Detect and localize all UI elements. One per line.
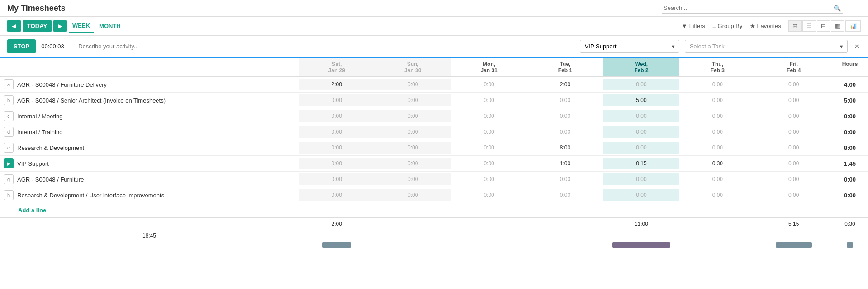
totals-cell-4: 11:00 <box>603 218 679 230</box>
row-letter: g <box>4 174 14 184</box>
week-button[interactable]: WEEK <box>69 19 94 33</box>
today-button[interactable]: TODAY <box>23 20 52 32</box>
hours-r0: 4:00 <box>832 79 868 91</box>
cell-r7-c3[interactable]: 0:00 <box>527 189 603 201</box>
project-select[interactable]: VIP Support <box>580 40 679 53</box>
cell-r3-c4[interactable]: 0:00 <box>603 126 679 138</box>
month-button[interactable]: MONTH <box>95 20 124 32</box>
cell-r6-c6[interactable]: 0:00 <box>756 173 832 185</box>
cell-r7-c0[interactable]: 0:00 <box>299 189 375 201</box>
bar-cell-2 <box>451 242 527 249</box>
cell-r5-c4[interactable]: 0:15 <box>603 158 679 169</box>
kanban-view-button[interactable]: ⊞ <box>788 20 802 32</box>
star-icon: ★ <box>750 23 755 29</box>
cell-r7-c2[interactable]: 0:00 <box>451 189 527 201</box>
cell-r2-c0[interactable]: 0:00 <box>299 110 375 122</box>
cell-r0-c1[interactable]: 0:00 <box>375 79 451 90</box>
cell-r1-c5[interactable]: 0:00 <box>679 94 755 106</box>
cell-r2-c5[interactable]: 0:00 <box>679 110 755 122</box>
row-label-2: cInternal / Meeting <box>0 108 299 124</box>
cell-r6-c1[interactable]: 0:00 <box>375 173 451 185</box>
activity-input[interactable] <box>78 43 574 50</box>
row-letter: e <box>4 143 14 153</box>
cell-r0-c4[interactable]: 0:00 <box>603 79 679 90</box>
row-letter: h <box>4 190 14 200</box>
header-day-5: Wed,Feb 2 <box>603 58 679 77</box>
table-row: hResearch & Development / User interface… <box>0 187 868 203</box>
cell-r2-c6[interactable]: 0:00 <box>756 110 832 122</box>
cell-r2-c2[interactable]: 0:00 <box>451 110 527 122</box>
cell-r0-c3[interactable]: 2:00 <box>527 79 603 90</box>
search-input[interactable] <box>662 3 843 14</box>
cell-r3-c6[interactable]: 0:00 <box>756 126 832 138</box>
cell-r4-c6[interactable]: 0:00 <box>756 142 832 154</box>
grid-view-button[interactable]: ⊟ <box>817 20 830 32</box>
hours-r4: 8:00 <box>832 142 868 154</box>
prev-button[interactable]: ◀ <box>7 20 21 32</box>
stop-button[interactable]: STOP <box>7 39 36 53</box>
group-by-button[interactable]: ≡ Group By <box>712 23 743 29</box>
cell-r2-c1[interactable]: 0:00 <box>375 110 451 122</box>
cell-r7-c6[interactable]: 0:00 <box>756 189 832 201</box>
cell-r2-c3[interactable]: 0:00 <box>527 110 603 122</box>
cell-r5-c5[interactable]: 0:30 <box>679 158 755 169</box>
header-day-8: Hours <box>832 58 868 77</box>
timesheet-grid: Sat,Jan 29Sun,Jan 30Mon,Jan 31Tue,Feb 1W… <box>0 58 868 251</box>
cell-r6-c0[interactable]: 0:00 <box>299 173 375 185</box>
cell-r1-c6[interactable]: 0:00 <box>756 94 832 106</box>
cell-r5-c0[interactable]: 0:00 <box>299 158 375 169</box>
totals-cell-5 <box>679 218 755 230</box>
cell-r1-c4[interactable]: 5:00 <box>603 94 679 106</box>
next-button[interactable]: ▶ <box>53 20 67 32</box>
filters-button[interactable]: ▼ Filters <box>682 23 705 29</box>
project-select-wrap: VIP Support ▼ <box>580 40 679 53</box>
cell-r4-c0[interactable]: 0:00 <box>299 142 375 154</box>
row-name: VIP Support <box>17 160 49 167</box>
cell-r0-c6[interactable]: 0:00 <box>756 79 832 90</box>
list-view-button[interactable]: ☰ <box>802 20 816 32</box>
cell-r1-c0[interactable]: 0:00 <box>299 94 375 106</box>
cell-r0-c5[interactable]: 0:00 <box>679 79 755 90</box>
cell-r5-c2[interactable]: 0:00 <box>451 158 527 169</box>
cell-r7-c4[interactable]: 0:00 <box>603 189 679 201</box>
cell-r2-c4[interactable]: 0:00 <box>603 110 679 122</box>
totals-cell-3 <box>527 218 603 230</box>
cell-r3-c2[interactable]: 0:00 <box>451 126 527 138</box>
hours-r1: 5:00 <box>832 94 868 107</box>
favorites-button[interactable]: ★ Favorites <box>750 23 781 29</box>
cell-r6-c3[interactable]: 0:00 <box>527 173 603 185</box>
cell-r4-c2[interactable]: 0:00 <box>451 142 527 154</box>
row-name: Research & Development <box>17 144 84 151</box>
cell-r3-c5[interactable]: 0:00 <box>679 126 755 138</box>
cell-r4-c3[interactable]: 8:00 <box>527 142 603 154</box>
table-view-button[interactable]: ▦ <box>831 20 844 32</box>
cell-r5-c3[interactable]: 1:00 <box>527 158 603 169</box>
cell-r1-c3[interactable]: 0:00 <box>527 94 603 106</box>
cell-r3-c0[interactable]: 0:00 <box>299 126 375 138</box>
cell-r0-c0[interactable]: 2:00 <box>299 79 375 90</box>
cell-r5-c6[interactable]: 0:00 <box>756 158 832 169</box>
timer-close-button[interactable]: × <box>853 41 861 52</box>
cell-r4-c5[interactable]: 0:00 <box>679 142 755 154</box>
cell-r4-c1[interactable]: 0:00 <box>375 142 451 154</box>
cell-r6-c2[interactable]: 0:00 <box>451 173 527 185</box>
cell-r7-c5[interactable]: 0:00 <box>679 189 755 201</box>
row-label-3: dInternal / Training <box>0 124 299 140</box>
cell-r5-c1[interactable]: 0:00 <box>375 158 451 169</box>
add-line-button[interactable]: Add a line <box>18 207 46 214</box>
top-bar: My Timesheets 🔍 <box>0 0 868 17</box>
bars-empty <box>0 242 299 249</box>
cell-r4-c4[interactable]: 0:00 <box>603 142 679 154</box>
cell-r1-c1[interactable]: 0:00 <box>375 94 451 106</box>
cell-r3-c3[interactable]: 0:00 <box>527 126 603 138</box>
task-select[interactable]: Select a Task <box>685 40 848 53</box>
cell-r3-c1[interactable]: 0:00 <box>375 126 451 138</box>
header-day-3: Mon,Jan 31 <box>451 58 527 77</box>
cell-r6-c4[interactable]: 0:00 <box>603 173 679 185</box>
play-button[interactable]: ▶ <box>4 158 14 168</box>
cell-r0-c2[interactable]: 0:00 <box>451 79 527 90</box>
chart-view-button[interactable]: 📊 <box>845 20 861 32</box>
cell-r7-c1[interactable]: 0:00 <box>375 189 451 201</box>
cell-r6-c5[interactable]: 0:00 <box>679 173 755 185</box>
cell-r1-c2[interactable]: 0:00 <box>451 94 527 106</box>
